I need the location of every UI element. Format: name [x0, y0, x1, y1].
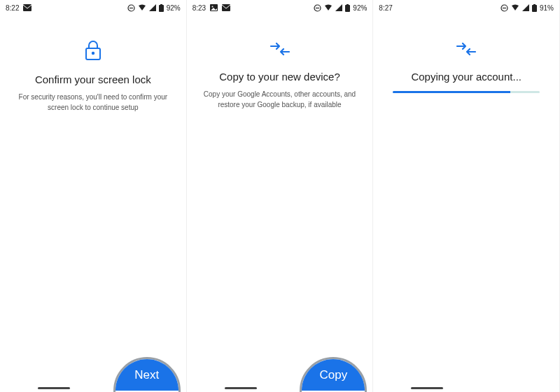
wifi-icon — [324, 4, 332, 11]
copy-button[interactable]: Copy — [302, 359, 365, 391]
screen-confirm-lock: 8:22 92% Confirm your screen lock For se… — [0, 0, 187, 392]
page-subtitle: Copy your Google Accounts, other account… — [204, 90, 356, 110]
svg-rect-4 — [160, 4, 162, 6]
envelope-icon — [222, 4, 230, 11]
svg-rect-0 — [23, 4, 31, 11]
next-button[interactable]: Next — [115, 359, 178, 391]
status-time: 8:27 — [379, 4, 392, 12]
status-bar: 8:22 92% — [0, 0, 186, 15]
status-battery: 92% — [167, 4, 181, 12]
wifi-icon — [511, 4, 519, 11]
content-area: Copy to your new device? Copy your Googl… — [187, 15, 373, 392]
content-area: Copying your account... — [373, 15, 559, 392]
screen-copy-device: 8:23 92% Copy to your new device? Copy y… — [187, 0, 374, 392]
nav-handle[interactable] — [411, 387, 443, 389]
status-time: 8:22 — [6, 4, 19, 12]
image-icon — [210, 4, 218, 11]
dnd-icon — [127, 4, 135, 12]
screen-copying: 8:27 91% Copying your account... — [373, 0, 560, 392]
battery-icon — [159, 4, 164, 12]
signal-icon — [522, 4, 529, 11]
page-title: Copy to your new device? — [219, 71, 340, 83]
svg-rect-3 — [159, 5, 164, 12]
dnd-icon — [314, 4, 321, 12]
progress-fill — [393, 91, 510, 93]
progress-bar — [393, 91, 540, 93]
signal-icon — [335, 4, 342, 11]
status-battery: 91% — [540, 4, 554, 12]
svg-rect-9 — [222, 4, 230, 11]
svg-rect-12 — [345, 5, 350, 12]
arrows-icon — [270, 40, 290, 61]
lock-icon — [84, 40, 102, 64]
envelope-icon — [23, 4, 31, 11]
page-title: Confirm your screen lock — [35, 74, 151, 85]
wifi-icon — [138, 4, 146, 11]
signal-icon — [149, 4, 156, 11]
page-title: Copying your account... — [411, 71, 522, 83]
svg-point-8 — [212, 6, 214, 8]
arrows-icon — [456, 40, 477, 61]
highlight-circle: Copy — [300, 357, 367, 392]
status-bar: 8:27 91% — [373, 0, 559, 15]
nav-handle[interactable] — [38, 387, 70, 389]
content-area: Confirm your screen lock For security re… — [0, 15, 186, 392]
status-time: 8:23 — [192, 4, 206, 12]
page-subtitle: For security reasons, you'll need to con… — [17, 92, 169, 113]
battery-icon — [345, 4, 350, 12]
nav-handle[interactable] — [225, 387, 257, 389]
svg-rect-13 — [346, 4, 349, 6]
status-battery: 92% — [353, 4, 367, 12]
svg-rect-17 — [533, 4, 536, 6]
svg-rect-16 — [532, 5, 537, 12]
svg-point-6 — [92, 52, 94, 55]
highlight-circle: Next — [113, 357, 181, 392]
status-bar: 8:23 92% — [187, 0, 373, 15]
dnd-icon — [500, 4, 508, 12]
battery-icon — [532, 4, 537, 12]
